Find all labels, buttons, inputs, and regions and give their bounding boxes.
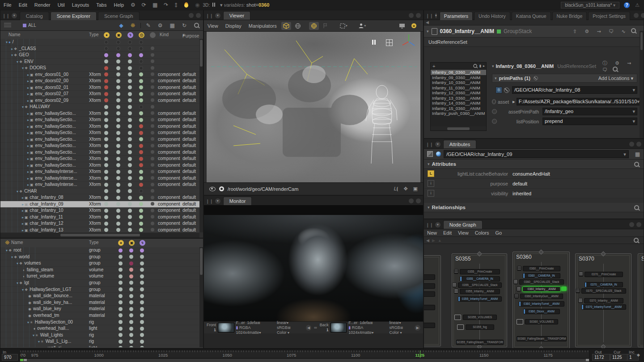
state-dot[interactable] <box>119 274 123 278</box>
state-dot[interactable] <box>151 176 154 180</box>
edit-pencil-icon[interactable]: ✎ <box>146 22 151 29</box>
state-dot[interactable] <box>116 59 120 63</box>
panel-grip-icon[interactable]: ❙❙ <box>206 13 213 18</box>
state-dot[interactable] <box>104 92 108 96</box>
state-dot[interactable] <box>116 150 120 154</box>
expander-icon[interactable]: ▾ <box>6 40 8 44</box>
sliders-icon[interactable]: ⇝ <box>627 60 631 66</box>
node-group-S0355[interactable]: S03550355__PrimCreate0355__CAMERA_IN0355… <box>452 253 507 347</box>
tree-row[interactable]: ▸▣env_hallwaySectio...Xformcomponentdefa… <box>0 130 199 136</box>
state-dot[interactable] <box>128 118 132 122</box>
tree-row[interactable]: ▸▣env_doors02_01Xformcomponentdefault <box>0 84 199 91</box>
state-dot[interactable] <box>119 281 123 285</box>
state-dot[interactable] <box>139 72 143 76</box>
nodegraph-menu-go[interactable]: Go <box>495 230 502 236</box>
state-dot[interactable] <box>129 248 133 253</box>
back-channels[interactable]: RGBA 1024x4 <box>348 325 363 335</box>
node-0360_Infantry__ANIM[interactable]: 0360_Infantry__ANIM <box>522 286 561 292</box>
state-dot[interactable] <box>119 294 123 298</box>
search-icon[interactable] <box>473 64 477 68</box>
node-unnamed[interactable] <box>424 274 435 280</box>
node-unnamed[interactable] <box>424 305 435 310</box>
state-dot[interactable] <box>140 300 144 304</box>
state-dot[interactable] <box>128 46 132 51</box>
state-dot[interactable] <box>116 222 120 226</box>
panel-grip-icon[interactable]: ❙❙ <box>2 13 10 18</box>
state-dot[interactable] <box>139 222 143 226</box>
state-dot[interactable] <box>119 300 123 304</box>
state-dot[interactable] <box>139 196 143 200</box>
viewport-3d[interactable] <box>207 32 420 182</box>
expander-icon[interactable]: ▸ <box>27 125 29 129</box>
state-dot[interactable] <box>128 183 132 187</box>
state-dot[interactable] <box>151 85 154 89</box>
camera-aperture-icon[interactable] <box>219 186 224 191</box>
gear-icon[interactable]: ⚙ <box>585 29 589 34</box>
panel-float-icon[interactable] <box>629 142 634 147</box>
tab-viewer[interactable]: Viewer <box>223 11 250 20</box>
in-frame-field[interactable]: 970 <box>2 354 18 361</box>
front-colorspace[interactable]: linear <box>277 320 287 325</box>
expander-icon[interactable]: ▸ <box>27 157 29 161</box>
state-dot[interactable] <box>151 98 154 102</box>
tree-row[interactable]: ▸▣env_doors02_07Xformcomponentdefault <box>0 91 199 97</box>
state-dot[interactable] <box>139 137 143 141</box>
state-dot[interactable] <box>128 66 132 70</box>
panel-menu-icon[interactable]: ▾ <box>215 13 220 18</box>
state-dot[interactable] <box>116 163 120 167</box>
state-dot[interactable] <box>151 209 154 212</box>
node-0360__CAMERA_IN[interactable]: 0360__CAMERA_IN <box>523 273 560 278</box>
state-dot[interactable] <box>151 79 154 83</box>
node-0355__PrimCreate[interactable]: 0355__PrimCreate <box>460 269 500 274</box>
state-dot[interactable] <box>128 85 132 89</box>
search-icon[interactable] <box>194 23 199 28</box>
thermometer-icon[interactable]: ‡ <box>174 2 178 8</box>
state-dot[interactable] <box>151 111 154 115</box>
state-dot[interactable] <box>129 268 133 272</box>
tree-row[interactable]: ▸▣env_hallwaySectio...Xformcomponentdefa… <box>0 110 199 117</box>
marquee-icon[interactable]: ▾ <box>339 22 348 30</box>
state-dot[interactable] <box>116 202 120 206</box>
node-0370__CAMERA_IN[interactable]: 0370__CAMERA_IN <box>585 282 623 287</box>
state-dot[interactable] <box>104 183 108 187</box>
state-dot[interactable] <box>151 124 154 128</box>
state-dot[interactable] <box>128 131 132 135</box>
state-dot[interactable] <box>104 189 108 193</box>
column-type[interactable]: Type <box>89 240 99 245</box>
lighting-column-icon[interactable]: ↯ <box>140 240 145 246</box>
tree-row[interactable]: ▸▣env_doors01_00Xformcomponentdefault <box>0 72 199 78</box>
state-dot[interactable] <box>116 111 120 115</box>
slate-icon[interactable]: ▦ <box>170 22 175 29</box>
reference-list-item[interactable]: Infantry_08_0360__ANIM <box>431 70 486 75</box>
node-unnamed[interactable] <box>424 291 435 297</box>
panel-float-icon[interactable] <box>189 13 194 18</box>
state-dot[interactable] <box>139 98 143 102</box>
state-dot[interactable] <box>116 92 120 96</box>
state-dot[interactable] <box>139 92 143 96</box>
state-dot[interactable] <box>151 150 154 154</box>
expander-icon[interactable]: ▸ <box>513 99 515 105</box>
expander-icon[interactable]: ▸ <box>27 118 29 122</box>
variables-readout[interactable]: ▾ variables: shot=0360 <box>220 2 269 8</box>
update-loop-icon[interactable]: ⟳ <box>142 2 146 8</box>
info-icon[interactable]: ⓘ <box>602 60 607 66</box>
reference-list-item[interactable]: Infantry_10_0360__ANIM <box>431 80 486 85</box>
info-icon[interactable]: ⓘ <box>492 119 497 124</box>
tree-row[interactable]: ▾❖HallwaySection_LGTgroup <box>0 286 199 293</box>
tab-katana-queue[interactable]: Katana Queue <box>512 12 551 20</box>
state-dot[interactable] <box>139 59 143 63</box>
state-dot[interactable] <box>140 333 144 337</box>
tree-row[interactable]: ▸❖_CLASS <box>0 46 199 52</box>
back-display[interactable]: sRGB <box>390 325 400 330</box>
menu-layouts[interactable]: Layouts <box>68 2 93 8</box>
state-dot[interactable] <box>139 124 143 128</box>
viewport-pause-icon[interactable] <box>372 40 376 45</box>
front-thumbnail[interactable] <box>218 323 234 333</box>
state-dot[interactable] <box>151 131 154 135</box>
state-dot[interactable] <box>129 255 133 259</box>
panel-menu-icon[interactable]: ▾ <box>435 142 441 147</box>
state-dot[interactable] <box>128 163 132 167</box>
timeline-scrollbar[interactable] <box>20 358 589 362</box>
expander-icon[interactable]: ▸ <box>27 164 29 168</box>
column-name[interactable]: Name <box>11 240 23 245</box>
